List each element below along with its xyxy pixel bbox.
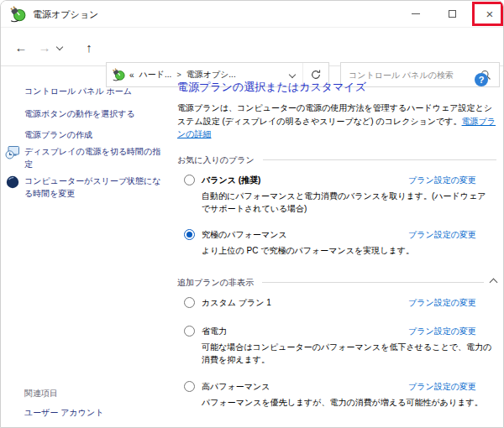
sidebar-item-change-sleep-time[interactable]: コンピューターがスリープ状態になる時間を変更 <box>24 175 164 200</box>
plan-name-high-performance: 高パフォーマンス <box>202 381 270 393</box>
sidebar-item-control-panel-home[interactable]: コントロール パネル ホーム <box>24 85 164 97</box>
plan-name-custom-plan-1: カスタム プラン 1 <box>202 297 271 309</box>
plan-name-ultimate-performance: 究極のパフォーマンス <box>202 229 287 241</box>
plan-name-balance: バランス (推奨) <box>202 175 260 186</box>
change-plan-settings-link-ultimate[interactable]: プラン設定の変更 <box>408 229 476 241</box>
intro-paragraph: 電源プランは、コンピューターの電源の使用方法を管理するハードウェア設定とシステム… <box>177 102 496 141</box>
radio-ultimate-performance[interactable] <box>184 229 195 240</box>
chevron-down-icon <box>56 44 63 50</box>
intro-text: 電源プランは、コンピューターの電源の使用方法を管理するハードウェア設定とシステム… <box>177 103 492 126</box>
change-plan-settings-link-balance[interactable]: プラン設定の変更 <box>408 175 476 186</box>
back-button[interactable]: ← <box>10 28 32 66</box>
plan-desc-balance: 自動的にパフォーマンスと電力消費のバランスを取ります。(ハードウェアでサポートさ… <box>202 190 492 215</box>
plan-row-custom-plan-1: カスタム プラン 1 プラン設定の変更 <box>177 297 496 309</box>
radio-power-saver[interactable] <box>184 326 195 337</box>
change-plan-settings-link-high-performance[interactable]: プラン設定の変更 <box>408 381 476 393</box>
window-title: 電源オプション <box>33 8 98 21</box>
maximize-icon <box>449 10 456 18</box>
page-title: 電源プランの選択またはカスタマイズ <box>177 80 496 95</box>
plan-row-power-saver: 省電力 プラン設定の変更 <box>177 326 496 337</box>
sidebar-item-display-off-time[interactable]: ディスプレイの電源を切る時間の指定 <box>24 145 164 170</box>
plan-name-power-saver: 省電力 <box>202 326 227 337</box>
plan-row-balance: バランス (推奨) プラン設定の変更 <box>177 175 496 186</box>
section-label: お気に入りのプラン <box>177 154 255 166</box>
change-plan-settings-link-power-saver[interactable]: プラン設定の変更 <box>408 326 476 337</box>
minimize-icon <box>412 13 420 14</box>
change-plan-settings-link-custom[interactable]: プラン設定の変更 <box>408 297 476 309</box>
radio-custom-plan-1[interactable] <box>184 297 195 308</box>
power-plug-icon <box>9 6 26 23</box>
recent-locations-button[interactable] <box>57 44 62 50</box>
collapse-section-button[interactable] <box>491 279 496 285</box>
forward-button[interactable]: → <box>34 28 55 66</box>
display-clock-icon <box>5 145 20 160</box>
radio-high-performance[interactable] <box>184 381 195 392</box>
related-items-header: 関連項目 <box>24 388 58 399</box>
plan-row-ultimate-performance: 究極のパフォーマンス プラン設定の変更 <box>177 229 496 241</box>
section-label: 追加プランの非表示 <box>177 277 254 289</box>
title-bar: 電源オプション × <box>1 1 503 28</box>
close-button[interactable]: × <box>475 1 504 26</box>
section-hide-additional-plans[interactable]: 追加プランの非表示 <box>177 277 496 289</box>
main-content: 電源プランの選択またはカスタマイズ 電源プランは、コンピューターの電源の使用方法… <box>177 66 496 409</box>
section-favorite-plans: お気に入りのプラン <box>177 154 496 166</box>
navigation-bar: ← → ↑ « ハード... > 電源オプシ... <box>1 28 503 66</box>
sidebar-item-create-power-plan[interactable]: 電源プランの作成 <box>24 128 164 141</box>
minimize-button[interactable] <box>402 1 430 26</box>
divider <box>263 159 496 160</box>
up-button[interactable]: ↑ <box>78 28 100 66</box>
sidebar-item-user-accounts[interactable]: ユーザー アカウント <box>24 407 103 419</box>
maximize-button[interactable] <box>438 1 466 26</box>
sleep-moon-icon <box>5 175 20 190</box>
sidebar: コントロール パネル ホーム 電源ボタンの動作を選択する 電源プランの作成 ディ… <box>1 66 171 428</box>
divider <box>262 282 484 283</box>
power-options-window: 電源オプション × ← → ↑ « ハード... > 電源オプシ... <box>0 0 504 428</box>
sidebar-item-power-button-action[interactable]: 電源ボタンの動作を選択する <box>24 107 164 120</box>
plan-desc-power-saver: 可能な場合はコンピューターのパフォーマンスを低下させることで、電力の消費を抑えま… <box>202 341 492 366</box>
plan-row-high-performance: 高パフォーマンス プラン設定の変更 <box>177 381 496 393</box>
plan-desc-ultimate-performance: より上位の PC で究極のパフォーマンスを実現します。 <box>202 244 492 257</box>
plan-desc-high-performance: パフォーマンスを優先しますが、電力の消費が増える可能性があります。 <box>202 396 492 409</box>
close-icon: × <box>486 8 494 20</box>
radio-balance[interactable] <box>184 175 195 185</box>
chevron-up-icon <box>490 279 498 287</box>
